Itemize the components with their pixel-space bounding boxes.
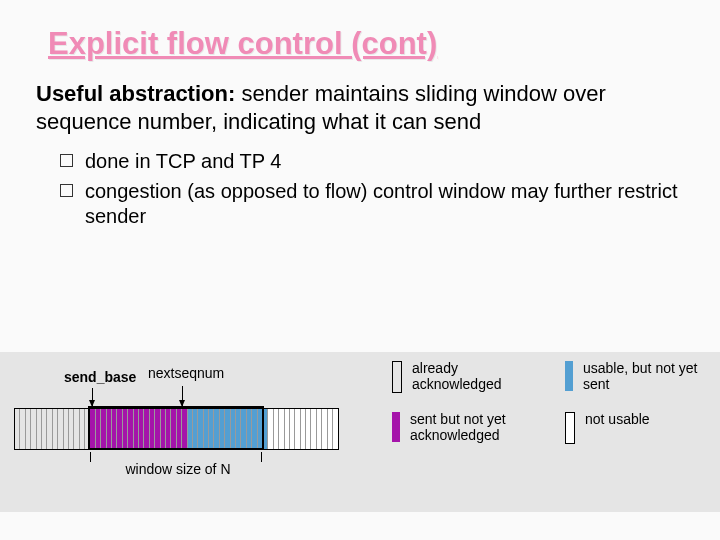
swatch-sent-icon [392,412,400,442]
seq-tick [333,409,338,449]
bullet-text: congestion (as opposed to flow) control … [85,179,684,230]
intro-paragraph: Useful abstraction: sender maintains sli… [36,80,684,135]
slide: Explicit flow control (cont) Useful abst… [0,0,720,540]
list-item: congestion (as opposed to flow) control … [36,179,684,230]
swatch-usable-icon [565,361,573,391]
slide-title: Explicit flow control (cont) [48,26,692,62]
legend-text: usable, but not yet sent [583,360,708,392]
legend-text: sent but not yet acknowledged [410,411,535,443]
legend-item-usable: usable, but not yet sent [565,360,708,393]
bullet-text: done in TCP and TP 4 [85,149,684,175]
legend-row: sent but not yet acknowledged not usable [392,411,708,444]
swatch-not-usable-icon [565,412,575,444]
sequence-bar [14,408,339,450]
legend-text: not usable [585,411,650,427]
arrow-down-icon [92,388,93,406]
square-bullet-icon [60,154,73,167]
square-bullet-icon [60,184,73,197]
brace-tick-icon [261,452,262,462]
legend-item-not-usable: not usable [565,411,708,444]
swatch-acked-icon [392,361,402,393]
window-size-label: window size of N [108,462,248,477]
intro-label: Useful abstraction: [36,81,235,106]
legend: already acknowledged usable, but not yet… [392,360,708,462]
nextseqnum-label: nextseqnum [148,366,224,381]
arrow-down-icon [182,386,183,406]
sliding-window-diagram: send_base nextseqnum window size of N al… [0,352,720,512]
legend-item-acked: already acknowledged [392,360,535,393]
bullet-list: done in TCP and TP 4 congestion (as oppo… [36,149,684,230]
legend-item-sent: sent but not yet acknowledged [392,411,535,444]
brace-tick-icon [90,452,91,462]
legend-row: already acknowledged usable, but not yet… [392,360,708,393]
list-item: done in TCP and TP 4 [36,149,684,175]
send-base-label: send_base [64,370,136,385]
legend-text: already acknowledged [412,360,535,392]
